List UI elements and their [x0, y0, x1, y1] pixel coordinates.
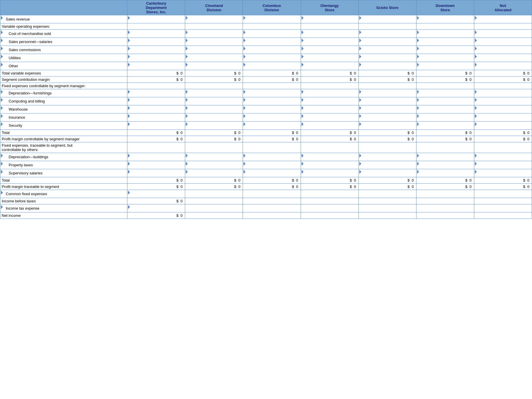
- currency-cell[interactable]: $ 0: [127, 177, 185, 184]
- row-triangle-icon: [1, 106, 3, 110]
- currency-cell[interactable]: $ 0: [416, 70, 474, 77]
- cell-triangle-icon: [186, 55, 188, 59]
- table-row: Common fixed expenses: [0, 190, 532, 198]
- cell-triangle-icon: [186, 114, 188, 118]
- currency-cell[interactable]: $ 0: [474, 184, 532, 190]
- cell-value: 0: [470, 71, 472, 75]
- cell-value: 0: [238, 137, 240, 141]
- currency-cell[interactable]: $ 0: [301, 130, 358, 136]
- currency-cell[interactable]: $ 0: [358, 77, 416, 83]
- currency-cell[interactable]: $ 0: [301, 184, 358, 190]
- row-label: Cost of merchandise sold: [0, 30, 127, 38]
- cell-value: 0: [527, 184, 529, 189]
- currency-cell[interactable]: $ 0: [127, 130, 185, 136]
- table-row: Computing and billing: [0, 97, 532, 105]
- currency-cell[interactable]: $ 0: [185, 177, 243, 184]
- table-row: Profit margin traceable to segment$ 0$ 0…: [0, 184, 532, 190]
- currency-cell[interactable]: $ 0: [416, 130, 474, 136]
- dollar-sign: $: [350, 184, 352, 189]
- table-row: Segment contribution margin$ 0$ 0$ 0$ 0$…: [0, 77, 532, 83]
- cell-value: 0: [412, 184, 414, 189]
- row-label: Common fixed expenses: [0, 190, 127, 198]
- dollar-sign: $: [350, 71, 352, 75]
- cell-triangle-icon: [186, 106, 188, 110]
- currency-cell[interactable]: $ 0: [185, 136, 243, 142]
- currency-cell[interactable]: $ 0: [358, 130, 416, 136]
- cell-value: 0: [527, 178, 529, 182]
- row-triangle-icon: [1, 63, 3, 67]
- cell-triangle-icon: [243, 122, 245, 126]
- currency-cell[interactable]: $ 0: [243, 77, 301, 83]
- currency-cell[interactable]: $ 0: [185, 184, 243, 190]
- cell-value: 0: [238, 71, 240, 75]
- cell-triangle-icon: [243, 63, 245, 67]
- currency-cell[interactable]: $ 0: [127, 77, 185, 83]
- currency-cell[interactable]: $ 0: [301, 177, 358, 184]
- currency-cell[interactable]: $ 0: [127, 198, 185, 204]
- dollar-sign: $: [408, 184, 410, 189]
- currency-cell[interactable]: $ 0: [243, 136, 301, 142]
- cell-value: 0: [527, 137, 529, 141]
- cell-triangle-icon: [417, 46, 419, 51]
- currency-cell[interactable]: $ 0: [185, 130, 243, 136]
- cell-value: 0: [238, 178, 240, 182]
- cell-triangle-icon: [243, 106, 245, 110]
- currency-cell[interactable]: $ 0: [127, 212, 185, 219]
- row-label: Insurance: [0, 113, 127, 122]
- cell-value: 0: [181, 130, 183, 135]
- cell-triangle-icon: [359, 98, 361, 102]
- currency-cell[interactable]: $ 0: [243, 184, 301, 190]
- currency-cell[interactable]: $ 0: [474, 77, 532, 83]
- currency-cell[interactable]: $ 0: [416, 177, 474, 184]
- currency-cell[interactable]: $ 0: [474, 177, 532, 184]
- currency-cell[interactable]: $ 0: [358, 136, 416, 142]
- row-label: Income before taxes: [0, 198, 127, 204]
- currency-cell[interactable]: $ 0: [474, 136, 532, 142]
- cell-triangle-icon: [128, 122, 130, 126]
- currency-cell[interactable]: $ 0: [127, 136, 185, 142]
- currency-cell[interactable]: $ 0: [185, 77, 243, 83]
- currency-cell[interactable]: $ 0: [301, 70, 358, 77]
- cell-triangle-icon: [302, 154, 304, 158]
- cell-triangle-icon: [128, 205, 130, 209]
- cell-triangle-icon: [128, 98, 130, 102]
- currency-cell[interactable]: $ 0: [301, 136, 358, 142]
- dollar-sign: $: [234, 137, 236, 141]
- cell-triangle-icon: [128, 170, 130, 174]
- cell-triangle-icon: [417, 55, 419, 59]
- currency-cell[interactable]: $ 0: [416, 184, 474, 190]
- dollar-sign: $: [408, 71, 410, 75]
- cell-triangle-icon: [475, 98, 477, 102]
- cell-triangle-icon: [475, 16, 477, 20]
- cell-value: 0: [296, 71, 298, 75]
- dollar-sign: $: [176, 71, 178, 75]
- currency-cell[interactable]: $ 0: [358, 177, 416, 184]
- currency-cell[interactable]: $ 0: [358, 184, 416, 190]
- cell-value: 0: [296, 184, 298, 189]
- cell-value: 0: [354, 77, 356, 82]
- currency-cell[interactable]: $ 0: [358, 70, 416, 77]
- cell-triangle-icon: [359, 154, 361, 158]
- currency-cell[interactable]: $ 0: [127, 184, 185, 190]
- currency-cell[interactable]: $ 0: [243, 177, 301, 184]
- cell-triangle-icon: [302, 170, 304, 174]
- currency-cell[interactable]: $ 0: [416, 136, 474, 142]
- dollar-sign: $: [234, 71, 236, 75]
- currency-cell[interactable]: $ 0: [474, 70, 532, 77]
- cell-triangle-icon: [243, 38, 245, 42]
- cell-triangle-icon: [186, 38, 188, 42]
- cell-value: 0: [238, 130, 240, 135]
- cell-triangle-icon: [417, 16, 419, 20]
- cell-value: 0: [412, 130, 414, 135]
- currency-cell[interactable]: $ 0: [243, 130, 301, 136]
- table-row: Cost of merchandise sold: [0, 30, 532, 38]
- currency-cell[interactable]: $ 0: [127, 70, 185, 77]
- table-row: Security: [0, 122, 532, 130]
- currency-cell[interactable]: $ 0: [416, 77, 474, 83]
- currency-cell[interactable]: $ 0: [243, 70, 301, 77]
- currency-cell[interactable]: $ 0: [301, 77, 358, 83]
- cell-triangle-icon: [186, 162, 188, 166]
- row-triangle-icon: [1, 16, 3, 20]
- currency-cell[interactable]: $ 0: [474, 130, 532, 136]
- currency-cell[interactable]: $ 0: [185, 70, 243, 77]
